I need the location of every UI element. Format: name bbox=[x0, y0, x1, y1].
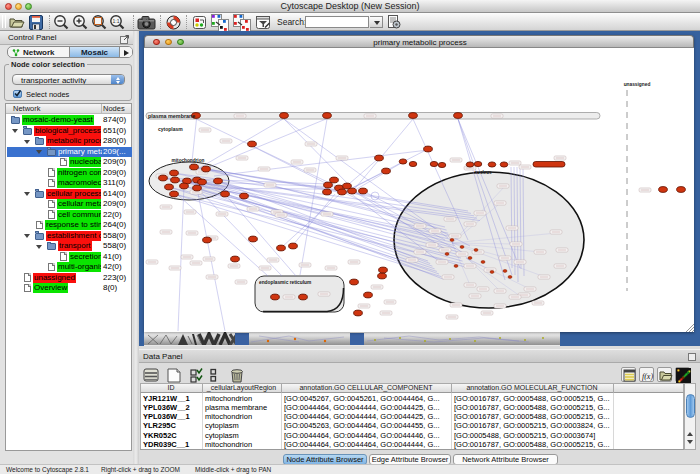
svg-text:mitochondrion: mitochondrion bbox=[172, 158, 205, 163]
svg-text:plasma membrane: plasma membrane bbox=[148, 113, 195, 119]
svg-text:unassigned: unassigned bbox=[624, 82, 651, 87]
svg-text:endoplasmic reticulum: endoplasmic reticulum bbox=[259, 280, 311, 285]
svg-text:f(x): f(x) bbox=[642, 372, 653, 381]
svg-text:nucleus: nucleus bbox=[474, 170, 492, 175]
svg-text:cytoplasm: cytoplasm bbox=[158, 126, 183, 132]
